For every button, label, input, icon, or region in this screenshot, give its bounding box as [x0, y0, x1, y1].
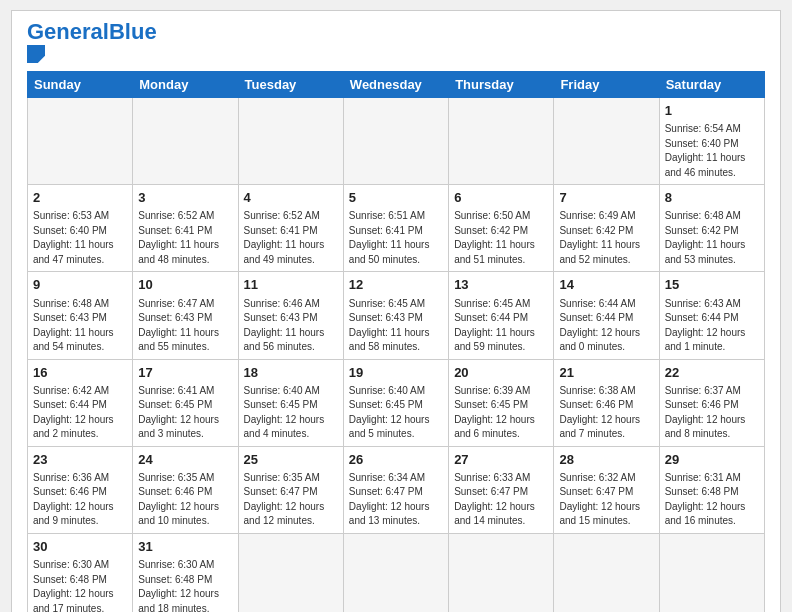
calendar-cell-w1-d0: 2Sunrise: 6:53 AM Sunset: 6:40 PM Daylig… — [28, 185, 133, 272]
day-number: 22 — [665, 364, 759, 382]
day-number: 26 — [349, 451, 443, 469]
calendar-cell-w4-d2: 25Sunrise: 6:35 AM Sunset: 6:47 PM Dayli… — [238, 446, 343, 533]
day-number: 9 — [33, 276, 127, 294]
day-number: 7 — [559, 189, 653, 207]
logo-blue: Blue — [109, 19, 157, 44]
day-info: Sunrise: 6:46 AM Sunset: 6:43 PM Dayligh… — [244, 297, 338, 355]
calendar-cell-w0-d4 — [449, 98, 554, 185]
day-info: Sunrise: 6:44 AM Sunset: 6:44 PM Dayligh… — [559, 297, 653, 355]
calendar-cell-w3-d4: 20Sunrise: 6:39 AM Sunset: 6:45 PM Dayli… — [449, 359, 554, 446]
day-number: 10 — [138, 276, 232, 294]
logo: GeneralBlue — [27, 21, 157, 63]
day-number: 17 — [138, 364, 232, 382]
day-number: 25 — [244, 451, 338, 469]
calendar-cell-w1-d3: 5Sunrise: 6:51 AM Sunset: 6:41 PM Daylig… — [343, 185, 448, 272]
calendar-cell-w1-d5: 7Sunrise: 6:49 AM Sunset: 6:42 PM Daylig… — [554, 185, 659, 272]
day-number: 3 — [138, 189, 232, 207]
day-number: 5 — [349, 189, 443, 207]
day-info: Sunrise: 6:35 AM Sunset: 6:47 PM Dayligh… — [244, 471, 338, 529]
day-number: 15 — [665, 276, 759, 294]
day-number: 6 — [454, 189, 548, 207]
day-info: Sunrise: 6:30 AM Sunset: 6:48 PM Dayligh… — [138, 558, 232, 612]
day-number: 16 — [33, 364, 127, 382]
day-number: 28 — [559, 451, 653, 469]
calendar-cell-w3-d3: 19Sunrise: 6:40 AM Sunset: 6:45 PM Dayli… — [343, 359, 448, 446]
day-info: Sunrise: 6:33 AM Sunset: 6:47 PM Dayligh… — [454, 471, 548, 529]
weekday-header-saturday: Saturday — [659, 72, 764, 98]
day-number: 30 — [33, 538, 127, 556]
calendar-cell-w5-d6 — [659, 533, 764, 612]
day-info: Sunrise: 6:30 AM Sunset: 6:48 PM Dayligh… — [33, 558, 127, 612]
calendar-cell-w4-d1: 24Sunrise: 6:35 AM Sunset: 6:46 PM Dayli… — [133, 446, 238, 533]
day-number: 29 — [665, 451, 759, 469]
calendar-cell-w1-d2: 4Sunrise: 6:52 AM Sunset: 6:41 PM Daylig… — [238, 185, 343, 272]
day-info: Sunrise: 6:47 AM Sunset: 6:43 PM Dayligh… — [138, 297, 232, 355]
calendar-cell-w5-d5 — [554, 533, 659, 612]
calendar-cell-w5-d3 — [343, 533, 448, 612]
day-info: Sunrise: 6:42 AM Sunset: 6:44 PM Dayligh… — [33, 384, 127, 442]
day-info: Sunrise: 6:43 AM Sunset: 6:44 PM Dayligh… — [665, 297, 759, 355]
day-info: Sunrise: 6:34 AM Sunset: 6:47 PM Dayligh… — [349, 471, 443, 529]
day-info: Sunrise: 6:52 AM Sunset: 6:41 PM Dayligh… — [244, 209, 338, 267]
day-number: 27 — [454, 451, 548, 469]
calendar-cell-w4-d0: 23Sunrise: 6:36 AM Sunset: 6:46 PM Dayli… — [28, 446, 133, 533]
day-number: 24 — [138, 451, 232, 469]
calendar-cell-w0-d6: 1Sunrise: 6:54 AM Sunset: 6:40 PM Daylig… — [659, 98, 764, 185]
day-number: 14 — [559, 276, 653, 294]
day-info: Sunrise: 6:41 AM Sunset: 6:45 PM Dayligh… — [138, 384, 232, 442]
day-info: Sunrise: 6:52 AM Sunset: 6:41 PM Dayligh… — [138, 209, 232, 267]
header: GeneralBlue — [27, 21, 765, 63]
weekday-header-wednesday: Wednesday — [343, 72, 448, 98]
logo-general: General — [27, 19, 109, 44]
day-info: Sunrise: 6:54 AM Sunset: 6:40 PM Dayligh… — [665, 122, 759, 180]
day-number: 13 — [454, 276, 548, 294]
calendar-cell-w3-d0: 16Sunrise: 6:42 AM Sunset: 6:44 PM Dayli… — [28, 359, 133, 446]
calendar-cell-w2-d3: 12Sunrise: 6:45 AM Sunset: 6:43 PM Dayli… — [343, 272, 448, 359]
calendar-container: GeneralBlue SundayMondayTuesdayWednesday… — [11, 10, 781, 612]
day-number: 21 — [559, 364, 653, 382]
calendar-cell-w0-d0 — [28, 98, 133, 185]
day-info: Sunrise: 6:31 AM Sunset: 6:48 PM Dayligh… — [665, 471, 759, 529]
calendar-cell-w1-d1: 3Sunrise: 6:52 AM Sunset: 6:41 PM Daylig… — [133, 185, 238, 272]
day-info: Sunrise: 6:51 AM Sunset: 6:41 PM Dayligh… — [349, 209, 443, 267]
calendar-cell-w2-d0: 9Sunrise: 6:48 AM Sunset: 6:43 PM Daylig… — [28, 272, 133, 359]
weekday-header-sunday: Sunday — [28, 72, 133, 98]
day-number: 23 — [33, 451, 127, 469]
calendar-cell-w5-d0: 30Sunrise: 6:30 AM Sunset: 6:48 PM Dayli… — [28, 533, 133, 612]
day-number: 11 — [244, 276, 338, 294]
calendar-cell-w3-d5: 21Sunrise: 6:38 AM Sunset: 6:46 PM Dayli… — [554, 359, 659, 446]
day-info: Sunrise: 6:45 AM Sunset: 6:44 PM Dayligh… — [454, 297, 548, 355]
logo-icon — [27, 45, 45, 63]
day-number: 12 — [349, 276, 443, 294]
calendar-cell-w1-d4: 6Sunrise: 6:50 AM Sunset: 6:42 PM Daylig… — [449, 185, 554, 272]
calendar-cell-w0-d5 — [554, 98, 659, 185]
calendar-cell-w2-d2: 11Sunrise: 6:46 AM Sunset: 6:43 PM Dayli… — [238, 272, 343, 359]
calendar-cell-w0-d1 — [133, 98, 238, 185]
calendar-cell-w5-d1: 31Sunrise: 6:30 AM Sunset: 6:48 PM Dayli… — [133, 533, 238, 612]
calendar-cell-w2-d1: 10Sunrise: 6:47 AM Sunset: 6:43 PM Dayli… — [133, 272, 238, 359]
day-info: Sunrise: 6:35 AM Sunset: 6:46 PM Dayligh… — [138, 471, 232, 529]
day-number: 18 — [244, 364, 338, 382]
calendar-cell-w2-d4: 13Sunrise: 6:45 AM Sunset: 6:44 PM Dayli… — [449, 272, 554, 359]
calendar-cell-w5-d4 — [449, 533, 554, 612]
day-info: Sunrise: 6:38 AM Sunset: 6:46 PM Dayligh… — [559, 384, 653, 442]
day-number: 8 — [665, 189, 759, 207]
calendar-cell-w4-d5: 28Sunrise: 6:32 AM Sunset: 6:47 PM Dayli… — [554, 446, 659, 533]
day-info: Sunrise: 6:39 AM Sunset: 6:45 PM Dayligh… — [454, 384, 548, 442]
calendar-cell-w0-d3 — [343, 98, 448, 185]
day-number: 20 — [454, 364, 548, 382]
day-info: Sunrise: 6:32 AM Sunset: 6:47 PM Dayligh… — [559, 471, 653, 529]
day-info: Sunrise: 6:37 AM Sunset: 6:46 PM Dayligh… — [665, 384, 759, 442]
logo-text: GeneralBlue — [27, 21, 157, 43]
weekday-header-thursday: Thursday — [449, 72, 554, 98]
day-number: 1 — [665, 102, 759, 120]
day-info: Sunrise: 6:48 AM Sunset: 6:42 PM Dayligh… — [665, 209, 759, 267]
calendar-cell-w2-d6: 15Sunrise: 6:43 AM Sunset: 6:44 PM Dayli… — [659, 272, 764, 359]
calendar-cell-w0-d2 — [238, 98, 343, 185]
day-info: Sunrise: 6:40 AM Sunset: 6:45 PM Dayligh… — [244, 384, 338, 442]
calendar-cell-w1-d6: 8Sunrise: 6:48 AM Sunset: 6:42 PM Daylig… — [659, 185, 764, 272]
weekday-header-monday: Monday — [133, 72, 238, 98]
day-info: Sunrise: 6:49 AM Sunset: 6:42 PM Dayligh… — [559, 209, 653, 267]
day-number: 19 — [349, 364, 443, 382]
day-info: Sunrise: 6:48 AM Sunset: 6:43 PM Dayligh… — [33, 297, 127, 355]
